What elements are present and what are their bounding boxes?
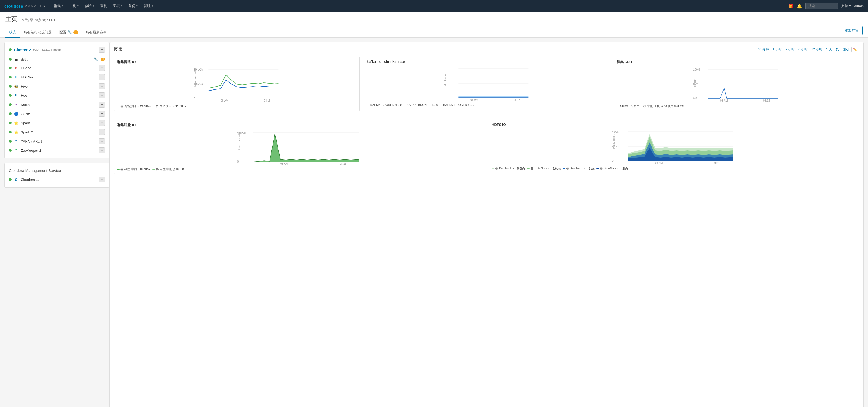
nav-host[interactable]: 主机 ▾: [67, 2, 82, 10]
hbase-icon: H: [14, 65, 19, 70]
time-1h[interactable]: 1 小时: [772, 46, 783, 52]
hdfs-label-2: 各 DataNodes...: [530, 166, 552, 170]
admin-link[interactable]: admin: [854, 4, 864, 8]
sidebar-item-spark2[interactable]: ⭐ Spark 2 ▾: [5, 127, 109, 137]
kafka-label: Kafka: [21, 103, 97, 107]
hdfs-val-3: 2b/s: [589, 167, 595, 170]
y-axis-desc: bytes / second: [238, 134, 241, 150]
wrench-tab-icon: 🔧: [67, 30, 72, 34]
spark2-dropdown-btn[interactable]: ▾: [99, 129, 105, 135]
chart-cluster-cpu: 群集 CPU 100% 50% 0% 08 AM 08:15 percent: [614, 57, 859, 111]
sidebar-item-zookeeper[interactable]: Z ZooKeeper-2 ▾: [5, 146, 109, 155]
chart-disk-body: 488K/s 0 08 AM 08:15 bytes / second: [117, 130, 482, 165]
support-link[interactable]: 支持 ▾: [841, 3, 851, 8]
time-6h[interactable]: 6 小时: [797, 46, 809, 52]
nav-manage[interactable]: 管理 ▾: [141, 2, 156, 10]
charts-header: 图表 30 分钟 1 小时 2 小时 6 小时 12 小时 1 天 7d 30d…: [114, 46, 859, 52]
hive-dropdown-btn[interactable]: ▾: [99, 83, 105, 89]
sidebar-item-spark[interactable]: ⭐ Spark ▾: [5, 118, 109, 127]
tab-config[interactable]: 配置 🔧4: [56, 28, 82, 38]
yarn-dropdown-btn[interactable]: ▾: [99, 138, 105, 144]
hdfs-dot-4: [596, 168, 599, 169]
x-label-0815: 08:15: [764, 99, 770, 102]
search-input[interactable]: [805, 3, 838, 9]
spark2-label: Spark 2: [21, 130, 97, 134]
kafka-status-dot: [9, 103, 11, 106]
bell-icon[interactable]: 🔔: [797, 3, 802, 9]
tab-health-issues[interactable]: 所有运行状况问题: [20, 28, 56, 38]
zookeeper-dropdown-btn[interactable]: ▾: [99, 148, 105, 153]
chart-cpu-body: 100% 50% 0% 08 AM 08:15 percent: [617, 67, 856, 102]
sidebar-item-oozie[interactable]: 🔵 Oozie ▾: [5, 109, 109, 118]
time-7d[interactable]: 7d: [835, 47, 840, 52]
sidebar-item-hosts[interactable]: ☰ 主机 🔧 3: [5, 55, 109, 63]
disk-line: [253, 134, 359, 162]
hdfs-label-1: 各 DataNodes...: [495, 166, 516, 170]
spark-label: Spark: [21, 121, 97, 125]
sidebar-item-hdfs[interactable]: H HDFS-2 ▾: [5, 72, 109, 82]
disk-val-2: 0: [182, 168, 184, 171]
chart-settings-btn[interactable]: ✏️: [851, 47, 859, 52]
sidebar: Cluster 2 (CDH 5.11.1, Parcel) ▾ ☰ 主机 🔧 …: [4, 42, 110, 407]
nav-cluster[interactable]: 群集 ▾: [51, 2, 66, 10]
time-filters: 30 分钟 1 小时 2 小时 6 小时 12 小时 1 天 7d 30d ✏️: [757, 46, 859, 52]
nav-diagnose[interactable]: 诊断 ▾: [82, 2, 97, 10]
chart-hdfs-io: HDFS IO 40b/s 20b/s 0 08 AM 08:15 bytes …: [489, 120, 859, 174]
hdfs-dropdown-btn[interactable]: ▾: [99, 74, 105, 80]
cluster-name: Cluster 2: [14, 48, 31, 52]
spark2-status-dot: [9, 131, 11, 133]
sidebar-item-cloudera[interactable]: C Cloudera ... ▾: [5, 175, 109, 184]
cluster-dropdown-btn[interactable]: ▾: [99, 46, 105, 53]
page-header-right: 添加群集: [840, 26, 863, 37]
tab-status[interactable]: 状态: [5, 28, 20, 38]
nav-charts[interactable]: 图表 ▾: [110, 2, 125, 10]
sidebar-item-yarn[interactable]: Y YARN (MR...) ▾: [5, 137, 109, 146]
oozie-label: Oozie: [21, 112, 97, 116]
time-30d[interactable]: 30d: [842, 47, 850, 52]
sidebar-item-hive[interactable]: 🐝 Hive ▾: [5, 82, 109, 91]
network-io-svg: 39.1K/s 19.5K/s 0 08 AM 08:15 bytes / se…: [117, 67, 356, 102]
kafka-dot-3: [440, 104, 442, 105]
hosts-status-dot: [9, 58, 11, 61]
hdfs-svg: 40b/s 20b/s 0 08 AM 08:15 bytes / seco..…: [492, 129, 856, 164]
oozie-status-dot: [9, 113, 11, 115]
hue-dropdown-btn[interactable]: ▾: [99, 92, 105, 98]
oozie-dropdown-btn[interactable]: ▾: [99, 111, 105, 117]
zookeeper-label: ZooKeeper-2: [21, 149, 97, 153]
spark-dropdown-btn[interactable]: ▾: [99, 120, 105, 126]
hue-icon: H: [14, 93, 19, 98]
time-1d[interactable]: 1 天: [825, 46, 833, 52]
tab-commands[interactable]: 所有最新命令: [82, 28, 111, 38]
x-label-08am: 08 AM: [280, 162, 288, 165]
cloudera-dropdown-btn[interactable]: ▾: [99, 177, 105, 183]
sidebar-item-kafka[interactable]: ✦ Kafka ▾: [5, 100, 109, 109]
sidebar-item-hue[interactable]: H Hue ▾: [5, 91, 109, 100]
nav-backup[interactable]: 备份 ▾: [126, 2, 141, 10]
wrench-icon: 🔧: [94, 57, 98, 61]
time-2h[interactable]: 2 小时: [784, 46, 796, 52]
charts-row2: 群集磁盘 IO 488K/s 0 08 AM 08:15 bytes / sec…: [114, 120, 859, 174]
nav-audit[interactable]: 审核: [97, 2, 110, 10]
disk-label-2: 各 磁盘 中的总 磁...: [156, 167, 181, 171]
yarn-icon: Y: [14, 139, 19, 144]
cpu-legend: Cluster 2, 整个 主机 中的 主机 CPU 使用率 0.9%: [617, 104, 856, 108]
add-cluster-button[interactable]: 添加群集: [840, 26, 863, 35]
gift-icon[interactable]: 🎁: [788, 3, 794, 9]
cluster-title: Cluster 2 (CDH 5.11.1, Parcel): [9, 48, 61, 52]
time-12h[interactable]: 12 小时: [810, 46, 824, 52]
cluster-status-dot: [9, 48, 11, 51]
disk-legend: 各 磁盘 中的... 84.2K/s 各 磁盘 中的总 磁... 0: [117, 167, 482, 171]
sidebar-item-hbase[interactable]: H HBase ▾: [5, 63, 109, 72]
hdfs-val-1: 5.6b/s: [517, 167, 525, 170]
time-30min[interactable]: 30 分钟: [757, 46, 770, 52]
x-label-08am: 08 AM: [655, 161, 662, 164]
hbase-dropdown-btn[interactable]: ▾: [99, 65, 105, 71]
y-label-0: 0: [237, 160, 239, 163]
management-panel: Cloudera Management Service C Cloudera .…: [4, 163, 110, 188]
hdfs-legend-2: 各 DataNodes... 5.6b/s: [527, 166, 561, 170]
chart-hdfs-body: 40b/s 20b/s 0 08 AM 08:15 bytes / seco..…: [492, 129, 856, 165]
cloudera-status-dot: [9, 178, 11, 181]
hive-label: Hive: [21, 84, 97, 88]
cluster-subtitle: (CDH 5.11.1, Parcel): [33, 48, 61, 51]
kafka-dropdown-btn[interactable]: ▾: [99, 102, 105, 107]
